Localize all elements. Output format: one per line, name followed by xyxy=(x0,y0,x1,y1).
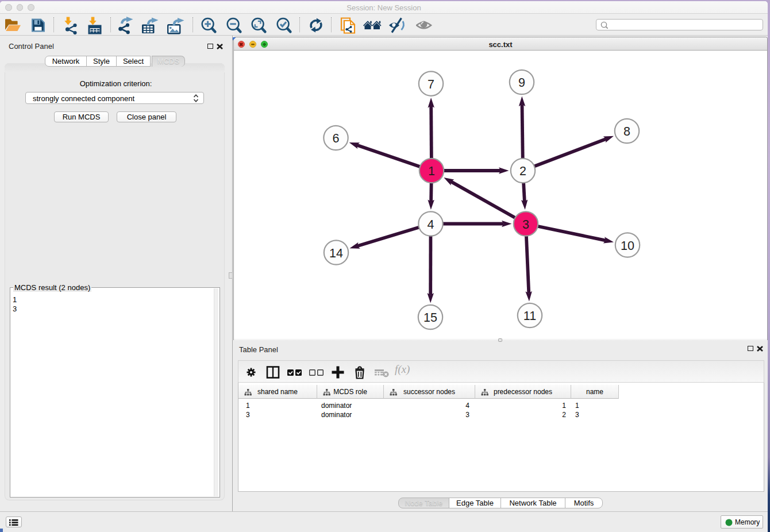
svg-text:15: 15 xyxy=(424,311,437,325)
svg-text:3: 3 xyxy=(522,218,529,232)
svg-text:4: 4 xyxy=(428,218,434,232)
svg-text:10: 10 xyxy=(621,239,634,253)
svg-text:2: 2 xyxy=(519,164,526,178)
svg-text:14: 14 xyxy=(329,246,343,260)
svg-text:6: 6 xyxy=(333,132,340,145)
svg-text:7: 7 xyxy=(428,78,434,91)
svg-text:11: 11 xyxy=(523,309,536,323)
svg-text:9: 9 xyxy=(518,76,525,90)
svg-text:1: 1 xyxy=(428,164,435,178)
svg-text:8: 8 xyxy=(623,125,630,138)
